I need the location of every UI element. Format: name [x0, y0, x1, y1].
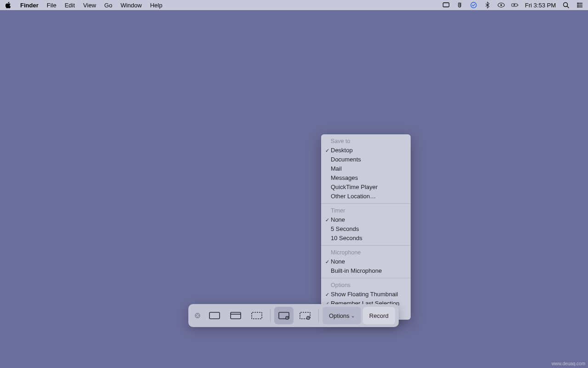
popup-item-mic-none[interactable]: ✓None	[321, 257, 411, 266]
apple-icon[interactable]	[5, 1, 12, 9]
popup-header-microphone: Microphone	[321, 248, 411, 257]
record-button[interactable]: Record	[363, 307, 395, 324]
svg-point-12	[577, 5, 579, 6]
popup-item-documents[interactable]: Documents	[321, 155, 411, 164]
popup-item-timer-none[interactable]: ✓None	[321, 215, 411, 224]
svg-rect-16	[231, 312, 241, 319]
menubar-left: Finder File Edit View Go Window Help	[5, 1, 162, 9]
svg-line-7	[567, 6, 569, 8]
svg-rect-0	[443, 3, 449, 7]
popup-separator	[321, 203, 411, 204]
chevron-down-icon: ⌄	[351, 313, 355, 318]
svg-point-3	[500, 4, 502, 6]
attachment-icon[interactable]	[456, 1, 464, 9]
popup-header-options: Options	[321, 281, 411, 290]
menubar-item-window[interactable]: Window	[120, 2, 141, 9]
popup-separator	[321, 245, 411, 246]
popup-item-timer-10[interactable]: 10 Seconds	[321, 234, 411, 243]
options-button[interactable]: Options⌄	[322, 307, 361, 324]
capture-window-button[interactable]	[226, 307, 245, 324]
toolbar-separator	[318, 309, 319, 322]
screenshot-toolbar: Options⌄ Record	[188, 304, 399, 327]
record-selection-button[interactable]	[295, 307, 315, 324]
accessibility-icon[interactable]	[498, 1, 505, 9]
popup-item-mail[interactable]: Mail	[321, 164, 411, 173]
record-entire-screen-button[interactable]	[274, 307, 294, 324]
popup-header-save-to: Save to	[321, 137, 411, 146]
popup-item-other-location[interactable]: Other Location…	[321, 192, 411, 201]
menubar: Finder File Edit View Go Window Help Fri…	[0, 0, 588, 10]
popup-item-quicktime[interactable]: QuickTime Player	[321, 183, 411, 192]
search-icon[interactable]	[562, 1, 570, 9]
popup-item-desktop[interactable]: ✓Desktop	[321, 146, 411, 155]
options-popup: Save to ✓Desktop Documents Mail Messages…	[321, 134, 411, 320]
display-icon[interactable]	[442, 1, 450, 9]
svg-point-13	[577, 6, 579, 8]
menubar-clock[interactable]: Fri 3:53 PM	[525, 2, 556, 9]
popup-item-floating-thumbnail[interactable]: ✓Show Floating Thumbnail	[321, 290, 411, 299]
svg-point-21	[287, 317, 288, 318]
menubar-item-edit[interactable]: Edit	[65, 2, 75, 9]
watermark: www.deuaq.com	[552, 361, 585, 366]
menubar-item-help[interactable]: Help	[150, 2, 163, 9]
menubar-item-view[interactable]: View	[83, 2, 96, 9]
popup-separator	[321, 278, 411, 278]
capture-selection-button[interactable]	[247, 307, 266, 324]
menubar-right: Fri 3:53 PM	[442, 1, 583, 9]
menubar-app[interactable]: Finder	[20, 2, 39, 9]
battery-icon[interactable]	[511, 1, 519, 9]
menubar-item-go[interactable]: Go	[104, 2, 112, 9]
popup-item-mic-builtin[interactable]: Built-in Microphone	[321, 266, 411, 276]
toolbar-separator	[270, 309, 271, 322]
svg-rect-15	[209, 312, 220, 319]
cloud-sync-icon[interactable]	[470, 1, 477, 9]
svg-point-11	[577, 3, 579, 4]
svg-point-1	[471, 2, 476, 8]
bluetooth-icon[interactable]	[484, 1, 491, 9]
control-center-icon[interactable]	[576, 1, 583, 9]
popup-item-messages[interactable]: Messages	[321, 173, 411, 183]
svg-rect-5	[518, 5, 518, 6]
capture-entire-screen-button[interactable]	[205, 307, 224, 324]
popup-header-timer: Timer	[321, 206, 411, 215]
close-button[interactable]	[192, 307, 203, 324]
popup-item-timer-5[interactable]: 5 Seconds	[321, 224, 411, 234]
svg-point-24	[308, 317, 309, 318]
svg-rect-18	[252, 312, 262, 319]
menubar-item-file[interactable]: File	[47, 2, 57, 9]
